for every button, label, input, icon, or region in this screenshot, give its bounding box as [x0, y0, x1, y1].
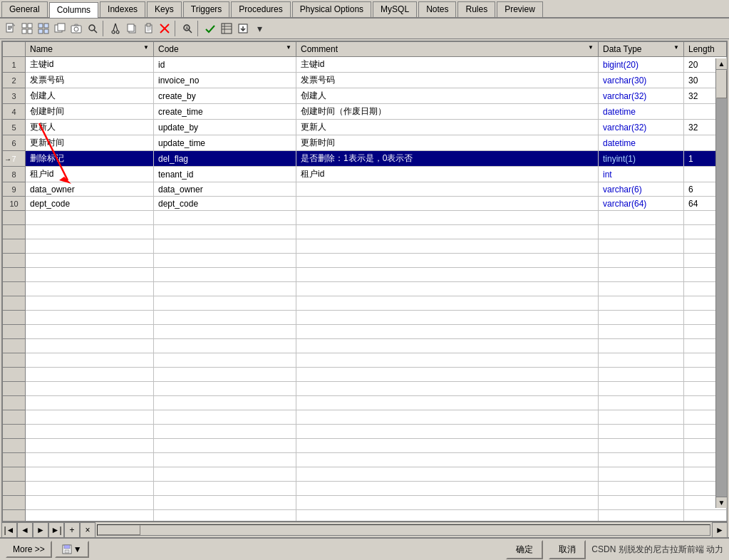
tab-keys[interactable]: Keys [147, 1, 182, 17]
cell-code[interactable]: del_flag [154, 151, 296, 167]
toolbar-camera-btn[interactable] [68, 21, 84, 36]
ok-button[interactable]: 确定 [506, 540, 543, 559]
table-row[interactable]: 4创建时间create_time创建时间（作废日期）datetime [3, 104, 727, 120]
cell-name[interactable]: 更新人 [26, 120, 154, 135]
cancel-button[interactable]: 取消 [549, 540, 586, 559]
cell-comment[interactable]: 创建人 [296, 88, 599, 104]
cell-name[interactable]: 创建人 [26, 88, 154, 104]
tab-indexes[interactable]: Indexes [100, 1, 145, 17]
toolbar-cut-btn[interactable] [108, 21, 123, 36]
cell-datatype[interactable]: tinyint(1) [599, 151, 684, 167]
cell-name[interactable]: 发票号码 [26, 73, 154, 88]
hscroll-right-btn[interactable]: ► [712, 522, 728, 538]
toolbar-export-btn[interactable] [235, 21, 251, 36]
more-button[interactable]: More >> [6, 541, 52, 558]
cell-datatype[interactable]: int [599, 167, 684, 182]
tab-mysql[interactable]: MySQL [373, 1, 417, 17]
cell-code[interactable]: id [154, 57, 296, 73]
tab-physical-options[interactable]: Physical Options [292, 1, 371, 17]
tab-general[interactable]: General [1, 1, 48, 17]
cell-datatype[interactable]: varchar(6) [599, 182, 684, 197]
cell-name[interactable]: dept_code [26, 197, 154, 211]
table-row[interactable]: 2发票号码invoice_no发票号码varchar(30)30 [3, 73, 727, 88]
col-header-comment[interactable]: Comment ▼ [296, 42, 599, 57]
table-row[interactable]: 6更新时间update_time更新时间datetime [3, 135, 727, 151]
cell-datatype[interactable]: varchar(32) [599, 120, 684, 135]
cell-code[interactable]: create_time [154, 104, 296, 120]
table-row[interactable]: 3创建人create_by创建人varchar(32)32 [3, 88, 727, 104]
cell-comment[interactable]: 租户id [296, 167, 599, 182]
cell-name[interactable]: 更新时间 [26, 135, 154, 151]
cell-name[interactable]: 租户id [26, 167, 154, 182]
cell-datatype[interactable]: varchar(32) [599, 88, 684, 104]
cell-comment[interactable]: 更新时间 [296, 135, 599, 151]
hscrollbar-thumb[interactable] [98, 525, 140, 535]
nav-first-btn[interactable]: |◄ [1, 522, 17, 538]
tab-rules[interactable]: Rules [457, 1, 495, 17]
toolbar-dropdown-btn[interactable]: ▾ [252, 21, 267, 36]
vertical-scrollbar[interactable]: ▲ ▼ [715, 58, 727, 508]
cell-datatype[interactable]: varchar(64) [599, 197, 684, 211]
col-header-datatype[interactable]: Data Type ▼ [599, 42, 684, 57]
cell-code[interactable]: update_time [154, 135, 296, 151]
tab-columns[interactable]: Columns [49, 2, 98, 18]
table-row-empty [3, 368, 727, 382]
toolbar-btn2[interactable] [19, 21, 35, 36]
scroll-down-btn[interactable]: ▼ [716, 497, 727, 508]
cell-name[interactable]: 主键id [26, 57, 154, 73]
cell-datatype[interactable]: varchar(30) [599, 73, 684, 88]
cell-datatype[interactable]: datetime [599, 135, 684, 151]
scroll-thumb[interactable] [716, 70, 727, 98]
toolbar-grid-btn[interactable] [219, 21, 234, 36]
cell-datatype[interactable]: datetime [599, 104, 684, 120]
table-row[interactable]: 9data_ownerdata_ownervarchar(6)6 [3, 182, 727, 197]
toolbar-check-btn[interactable] [202, 21, 218, 36]
hscrollbar-track[interactable] [97, 524, 710, 536]
toolbar-btn3[interactable] [36, 21, 51, 36]
col-header-code[interactable]: Code ▼ [154, 42, 296, 57]
cell-name[interactable]: 删除标记 [26, 151, 154, 167]
toolbar-find-btn[interactable]: A [180, 21, 195, 36]
table-row[interactable]: 10dept_codedept_codevarchar(64)64 [3, 197, 727, 211]
cell-comment[interactable]: 是否删除：1表示是，0表示否 [296, 151, 599, 167]
table-row[interactable]: 1主键idid主键idbigint(20)20 [3, 57, 727, 73]
cell-comment[interactable]: 创建时间（作废日期） [296, 104, 599, 120]
nav-last-btn[interactable]: ►| [48, 522, 64, 538]
col-header-length[interactable]: Length [684, 42, 727, 57]
cell-name[interactable]: 创建时间 [26, 104, 154, 120]
toolbar-btn4[interactable] [52, 21, 68, 36]
cell-code[interactable]: update_by [154, 120, 296, 135]
toolbar-copy-btn[interactable] [124, 21, 140, 36]
cell-code[interactable]: dept_code [154, 197, 296, 211]
nav-del-btn[interactable]: × [80, 522, 95, 538]
tab-procedures[interactable]: Procedures [231, 1, 290, 17]
cell-name[interactable]: data_owner [26, 182, 154, 197]
tab-preview[interactable]: Preview [497, 1, 543, 17]
toolbar-search-btn[interactable] [85, 21, 100, 36]
cell-comment[interactable] [296, 182, 599, 197]
cell-code[interactable]: data_owner [154, 182, 296, 197]
scroll-up-btn[interactable]: ▲ [716, 58, 727, 70]
cell-comment[interactable]: 更新人 [296, 120, 599, 135]
col-header-name[interactable]: Name ▼ [26, 42, 154, 57]
nav-next-btn[interactable]: ► [33, 522, 48, 538]
cell-code[interactable]: tenant_id [154, 167, 296, 182]
toolbar-new-btn[interactable] [3, 21, 19, 36]
cell-comment[interactable]: 主键id [296, 57, 599, 73]
cell-code[interactable]: create_by [154, 88, 296, 104]
footer-left: More >> ▼ [6, 541, 89, 558]
cell-code[interactable]: invoice_no [154, 73, 296, 88]
tab-triggers[interactable]: Triggers [183, 1, 230, 17]
nav-add-btn[interactable]: + [64, 522, 80, 538]
table-row[interactable]: 8租户idtenant_id租户idint [3, 167, 727, 182]
tab-notes[interactable]: Notes [418, 1, 456, 17]
save-button[interactable]: ▼ [55, 541, 89, 558]
cell-comment[interactable]: 发票号码 [296, 73, 599, 88]
cell-datatype[interactable]: bigint(20) [599, 57, 684, 73]
toolbar-delete-btn[interactable] [157, 21, 172, 36]
nav-prev-btn[interactable]: ◄ [17, 522, 33, 538]
table-row[interactable]: 5更新人update_by更新人varchar(32)32 [3, 120, 727, 135]
cell-comment[interactable] [296, 197, 599, 211]
toolbar-paste-btn[interactable] [140, 21, 156, 36]
table-row[interactable]: →7删除标记del_flag是否删除：1表示是，0表示否tinyint(1)1 [3, 151, 727, 167]
